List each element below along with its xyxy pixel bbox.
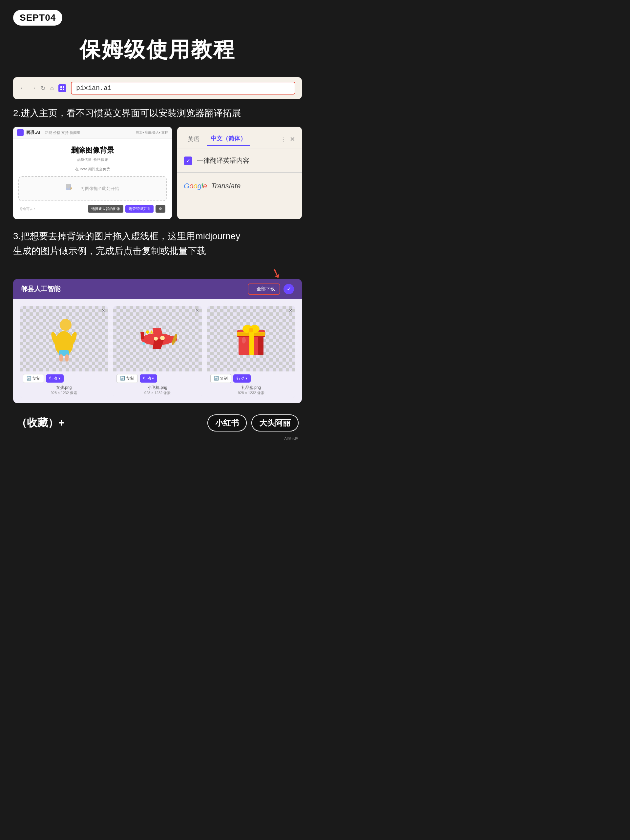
close-plane-icon[interactable]: ✕: [195, 308, 199, 313]
step2-text: 2.进入主页，看不习惯英文界面可以安装浏览器翻译拓展: [13, 106, 302, 120]
pixian-brand: 郸县.AI: [26, 129, 40, 136]
action-btn-gift[interactable]: 行动 ▾: [233, 374, 251, 382]
download-header: 郸县人工智能 ↓ 全部下载 ✓: [13, 279, 302, 299]
svg-rect-2: [60, 88, 62, 90]
svg-point-33: [249, 328, 253, 332]
plane-filename: 小飞机.png: [117, 385, 198, 390]
page-wrapper: SEPT04 保姆级使用教程 ← → ↻ ⌂ pixian.ai 2.进入主页，…: [0, 0, 315, 454]
drop-icons: [66, 184, 77, 193]
gift-size: 928 × 1232 像素: [210, 390, 292, 395]
close-girl-icon[interactable]: ✕: [101, 308, 105, 313]
pixian-nav: 功能 价格 支持 新闻组: [45, 130, 81, 135]
tab-chinese[interactable]: 中文（简体）: [207, 132, 250, 146]
card-action-row-girl: 🔄 复制 行动 ▾: [23, 374, 105, 383]
action-btn-girl[interactable]: 行动 ▾: [46, 374, 63, 382]
svg-point-20: [154, 337, 158, 341]
bottom-bar: （收藏）+ 小红书 大头阿丽: [13, 407, 302, 435]
gift-filename: 礼品盒.png: [210, 385, 292, 390]
pixian-topbar: 郸县.AI 功能 价格 支持 新闻组 英文▾ 注册/登入▾ 支持: [13, 127, 172, 139]
gift-svg: [235, 319, 267, 358]
translate-header: 英语 中文（简体） ⋮ ✕: [177, 127, 302, 146]
download-all-btn[interactable]: ↓ 全部下载: [248, 284, 280, 295]
image-card-girl-preview: ✕: [20, 306, 108, 371]
svg-rect-0: [60, 86, 62, 88]
tab-english[interactable]: 英语: [184, 133, 204, 146]
bottom-right: 小红书 大头阿丽: [207, 414, 298, 431]
pixian-title: 删除图像背景: [18, 145, 167, 155]
image-card-gift-preview: ✕: [207, 306, 295, 371]
two-panel-row: 郸县.AI 功能 价格 支持 新闻组 英文▾ 注册/登入▾ 支持 删除图像背景 …: [13, 127, 302, 219]
svg-point-19: [160, 336, 165, 340]
image-grid: ✕: [13, 299, 302, 403]
girl-filename: 女孩.png: [23, 385, 105, 390]
close-icon[interactable]: ✕: [290, 135, 295, 143]
image-card-gift: ✕: [207, 306, 295, 398]
settings-btn[interactable]: ⚙: [156, 205, 165, 213]
close-gift-icon[interactable]: ✕: [289, 308, 293, 313]
card-action-row-gift: 🔄 复制 行动 ▾: [210, 374, 292, 383]
pixian-dropzone[interactable]: 将图像拖至此处开始: [18, 176, 167, 201]
badge-author: 大头阿丽: [251, 414, 298, 431]
reload-icon[interactable]: ↻: [41, 85, 46, 92]
main-title: 保姆级使用教程: [13, 35, 302, 64]
drop-text: 将图像拖至此处开始: [81, 186, 119, 192]
back-icon[interactable]: ←: [20, 85, 25, 92]
image-card-plane: ✕: [113, 306, 202, 398]
svg-marker-18: [141, 332, 144, 339]
image-card-plane-bottom: 🔄 复制 行动 ▾ 小飞机.png 928 × 1232 像素: [113, 371, 202, 398]
translate-word: Translate: [211, 182, 240, 190]
browse-btn[interactable]: 选择要去背的图像: [88, 205, 123, 213]
pixian-footer: 您也可以： 选择要去背的图像 选管管理页面 ⚙: [18, 205, 167, 213]
svg-point-7: [60, 319, 71, 331]
translate-panel: 英语 中文（简体） ⋮ ✕ ✓ 一律翻译英语内容 Google Translat…: [177, 127, 302, 219]
svg-rect-3: [63, 88, 64, 90]
pixian-logo-icon: [17, 129, 24, 136]
check-circle-icon[interactable]: ✓: [284, 284, 294, 294]
svg-point-22: [146, 330, 149, 334]
pixian-panel: 郸县.AI 功能 价格 支持 新闻组 英文▾ 注册/登入▾ 支持 删除图像背景 …: [13, 127, 172, 219]
plane-size: 928 × 1232 像素: [117, 390, 198, 395]
action-btn-plane[interactable]: 行动 ▾: [140, 374, 157, 382]
copy-btn-gift[interactable]: 🔄 复制: [210, 374, 231, 383]
checkbox-icon[interactable]: ✓: [184, 156, 192, 165]
pixian-subtitle2: 在 Beta 期间完全免费: [18, 167, 167, 172]
image-card-gift-bottom: 🔄 复制 行动 ▾ 礼品盒.png 928 × 1232 像素: [207, 371, 295, 398]
red-arrow-icon: ➘: [269, 264, 284, 282]
sept-badge: SEPT04: [13, 10, 62, 25]
browser-bar: ← → ↻ ⌂ pixian.ai: [13, 77, 302, 99]
pixian-footer-label: 您也可以：: [20, 207, 36, 211]
svg-rect-26: [258, 336, 264, 355]
url-bar[interactable]: pixian.ai: [71, 82, 295, 95]
svg-point-34: [242, 337, 246, 344]
copy-btn-plane[interactable]: 🔄 复制: [117, 374, 137, 383]
svg-marker-17: [153, 339, 164, 349]
step3-text: 3.把想要去掉背景的图片拖入虚线框，这里用midjourney 生成的图片做示例…: [13, 229, 302, 259]
pixian-body: 删除图像背景 品质优良. 价格低廉 在 Beta 期间完全免费 将图像拖至此处开…: [13, 139, 172, 219]
download-title: 郸县人工智能: [21, 284, 60, 293]
browser-grid-icon: [58, 84, 66, 92]
translate-option-row: ✓ 一律翻译英语内容: [177, 152, 302, 170]
watermark: AI资讯网: [13, 435, 302, 441]
download-btn-group: ↓ 全部下载 ✓: [248, 284, 294, 295]
girl-svg: [51, 316, 77, 362]
plane-svg: [138, 322, 177, 355]
svg-point-23: [142, 342, 145, 345]
collect-text: （收藏）+: [16, 416, 65, 430]
translate-option-text: 一律翻译英语内容: [197, 156, 249, 165]
image-card-girl: ✕: [20, 306, 108, 398]
home-icon[interactable]: ⌂: [50, 85, 54, 92]
translate-divider: [177, 148, 302, 149]
download-panel: 郸县人工智能 ↓ 全部下载 ✓ ✕: [13, 279, 302, 403]
image-card-girl-bottom: 🔄 复制 行动 ▾ 女孩.png 928 × 1232 像素: [20, 371, 108, 398]
svg-rect-12: [59, 354, 63, 362]
svg-rect-1: [63, 86, 64, 88]
badge-xiaohongshu: 小红书: [207, 414, 247, 431]
copy-btn-girl[interactable]: 🔄 复制: [23, 374, 44, 383]
arrow-annotation: ➘: [13, 266, 302, 281]
forward-icon[interactable]: →: [30, 85, 36, 92]
google-translate-logo: Google Translate: [177, 175, 302, 197]
more-options-icon[interactable]: ⋮: [280, 135, 286, 143]
card-action-row-plane: 🔄 复制 行动 ▾: [117, 374, 198, 383]
manage-btn[interactable]: 选管管理页面: [125, 205, 153, 213]
pixian-subtitle1: 品质优良. 价格低廉: [18, 157, 167, 162]
